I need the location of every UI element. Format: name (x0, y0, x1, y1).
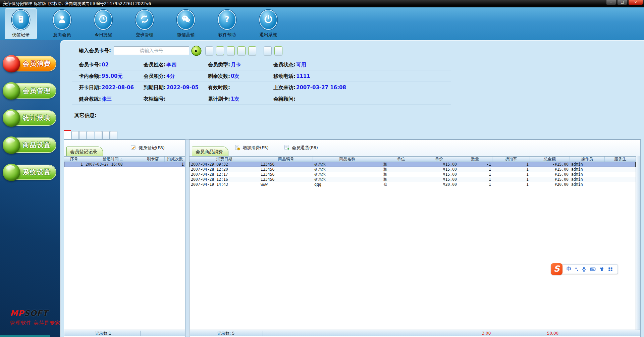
record-tab[interactable] (110, 131, 117, 139)
ime-language-mode[interactable]: 中 (567, 266, 572, 272)
column-header[interactable]: 刷卡店 (141, 157, 165, 162)
member-return-button[interactable]: 会员退货(F6) (284, 145, 318, 151)
table-row[interactable]: 2007-04-29 09:32123456矿泉水瓶¥15.00-11-¥15.… (190, 162, 636, 167)
toolbar-item[interactable]: 便签记录 (5, 8, 37, 39)
sidebar-item-label: 统计报表 (23, 114, 51, 122)
column-header[interactable]: 登记时间△ (84, 157, 141, 162)
close-button[interactable]: × (628, 0, 643, 5)
minimize-button[interactable]: − (606, 0, 616, 5)
card-number-input[interactable] (114, 46, 189, 55)
table-cell: -¥15.00 (530, 162, 570, 167)
sidebar-item[interactable]: 统计报表 (3, 109, 56, 127)
lookup-action-button[interactable] (237, 46, 246, 55)
lookup-action-button[interactable] (227, 46, 235, 55)
sidebar-item[interactable]: 系统设置 (3, 164, 56, 181)
toolbar-item-label: 便签记录 (12, 32, 30, 38)
member-info-field: 到期日期:2022-09-05 (137, 82, 201, 93)
member-info-field: 健身教练:张三 (72, 93, 137, 105)
table-row[interactable]: 12007-03-27 16:081 (64, 162, 185, 167)
record-tab[interactable] (95, 131, 102, 139)
toolbar-item[interactable]: 微信营销 (170, 8, 202, 39)
keyboard-icon[interactable] (590, 266, 596, 272)
gym-checkin-button[interactable]: 健身登记(F8) (130, 145, 165, 151)
table-cell: admin (570, 162, 605, 167)
member-info-field: 移动电话:1111 (267, 70, 451, 82)
column-header[interactable]: 服务生 (605, 157, 636, 162)
add-consumption-button[interactable]: 增加消费(F5) (234, 145, 269, 151)
table-cell (605, 162, 636, 167)
lookup-action-button[interactable] (248, 46, 256, 55)
window-titlebar: 美萍健身房管理 标准版 [授权给: 张向前测试专用(编号2147952726)]… (0, 0, 644, 7)
record-tab[interactable] (102, 131, 110, 139)
vertical-scrollbar[interactable] (636, 156, 640, 330)
table-cell: ¥15.00 (530, 172, 570, 177)
table-row[interactable]: 2007-04-28 12:20123456矿泉水瓶¥15.0011¥15.00… (190, 167, 636, 172)
toolbar-icon-circle (136, 10, 153, 29)
mic-icon[interactable] (581, 267, 587, 272)
member-info-field: 上次来访:2007-03-27 16:08 (267, 82, 451, 93)
maximize-button[interactable]: □ (617, 0, 627, 5)
column-header[interactable]: 单价 (420, 157, 458, 162)
lookup-action-button[interactable] (216, 46, 224, 55)
table-cell: 1 (492, 172, 530, 177)
member-info-field: 有效时段: (201, 82, 267, 93)
sidebar-item[interactable]: 商品设置 (3, 136, 56, 154)
column-header[interactable]: 操作员 (570, 157, 605, 162)
record-tab[interactable] (87, 131, 94, 139)
table-cell: 1 (492, 182, 530, 187)
table-cell: 矿泉水 (313, 167, 382, 172)
skin-icon[interactable] (599, 267, 604, 272)
table-cell: ¥15.00 (530, 167, 570, 172)
table-cell (605, 172, 636, 177)
sogou-logo[interactable]: S (551, 263, 562, 275)
table-cell: admin (570, 182, 605, 187)
member-info-field: 会员类型:月卡 (201, 59, 267, 70)
column-header[interactable]: 折扣率 (492, 157, 530, 162)
card-submit-button[interactable]: ▶ (192, 46, 201, 55)
toolbar-item[interactable]: 退出系统 (252, 8, 284, 39)
table-cell: 矿泉水 (313, 172, 382, 177)
member-info-label: 卡内余额: (79, 73, 101, 79)
record-tab[interactable] (71, 131, 79, 139)
window-controls: − □ × (606, 0, 643, 5)
sphere-icon (3, 136, 20, 154)
column-header[interactable]: 总金额 (530, 157, 570, 162)
record-tab[interactable] (79, 131, 87, 139)
table-cell: 2007-03-27 16:08 (84, 162, 141, 167)
ime-punctuation-toggle[interactable]: °, (575, 267, 578, 272)
table-cell (605, 177, 636, 182)
column-header[interactable]: 扣减次数 (165, 157, 185, 162)
brand-area: MPSOFT 管理软件 美萍是专家 (10, 309, 60, 326)
column-header[interactable]: 消费日期 (190, 157, 259, 162)
member-info-value: 0次 (231, 73, 239, 79)
table-row[interactable]: 2007-04-28 12:16123456矿泉水瓶¥15.0011¥15.00… (190, 177, 636, 182)
sidebar-item[interactable]: 会员管理 (3, 82, 56, 100)
wechat-icon (181, 14, 191, 25)
member-info-value: 李四 (166, 62, 176, 68)
status-divider (263, 331, 263, 336)
consumption-tab[interactable]: 会员商品消费 (192, 147, 228, 156)
toolbar-item[interactable]: 今日提醒 (87, 8, 119, 39)
sidebar-item[interactable]: 会员消费 (3, 55, 56, 72)
table-row[interactable]: 2007-04-28 12:17123456矿泉水瓶¥15.0011¥15.00… (190, 172, 636, 177)
lookup-action-button[interactable] (264, 46, 272, 55)
toolbar-item[interactable]: 交班管理 (128, 8, 161, 39)
column-header[interactable]: 单位 (382, 157, 420, 162)
power-icon (263, 14, 273, 25)
column-header[interactable]: 商品名称 (313, 157, 382, 162)
toolbar-item[interactable]: 意向会员 (46, 8, 78, 39)
column-header[interactable]: 数量 (458, 157, 492, 162)
toolbar-item[interactable]: ? 软件帮助 (211, 8, 243, 39)
lookup-action-button[interactable] (205, 46, 213, 55)
checkin-tab[interactable]: 会员登记记录 (66, 147, 103, 156)
toolbox-icon[interactable] (608, 267, 613, 272)
table-cell: 1 (458, 172, 492, 177)
table-row[interactable]: 2007-04-19 14:43wwwqqq盒¥20.0011¥20.00adm… (190, 182, 636, 187)
member-info-field: 累计刷卡:1次 (201, 93, 267, 105)
column-header[interactable]: 序号 (64, 157, 84, 162)
column-header[interactable]: 商品编号 (259, 157, 313, 162)
table-cell: admin (570, 167, 605, 172)
record-tab[interactable] (64, 130, 71, 139)
lookup-action-button[interactable] (274, 46, 282, 55)
clock-icon (98, 14, 108, 25)
